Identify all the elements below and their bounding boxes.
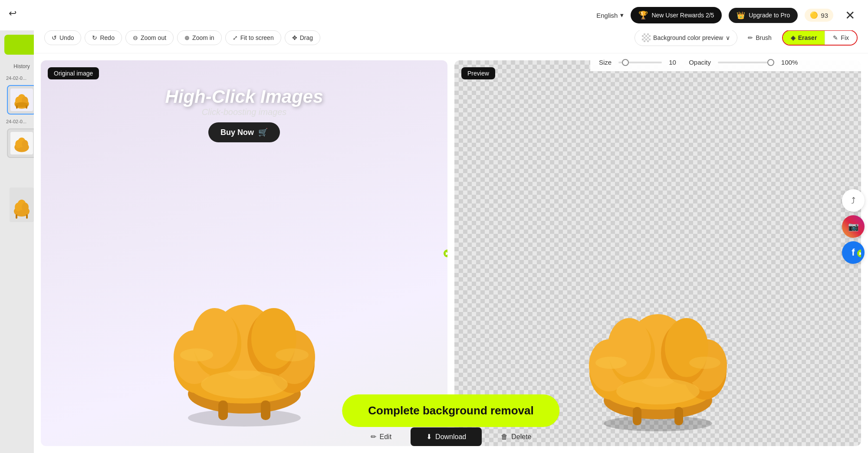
- eraser-label: Eraser: [798, 34, 817, 41]
- facebook-icon: f: [852, 247, 855, 258]
- zoom-in-label: Zoom in: [192, 34, 214, 41]
- eraser-icon: ◈: [791, 34, 796, 41]
- zoom-in-button[interactable]: ⊕ Zoom in: [177, 30, 222, 45]
- social-buttons: ⤴ 📷 f: [838, 186, 868, 267]
- download-icon: ⬇: [426, 433, 432, 441]
- edit-label: Edit: [380, 433, 392, 441]
- coin-icon: 🟡: [810, 11, 818, 19]
- history-thumb-2[interactable]: [7, 128, 36, 158]
- chevron-down-icon: ▾: [620, 11, 624, 19]
- svg-point-54: [595, 357, 627, 369]
- delete-label: Delete: [511, 433, 531, 441]
- svg-point-12: [22, 140, 28, 148]
- bg-preview-label: Background color preview: [653, 34, 723, 41]
- close-button[interactable]: ✕: [840, 6, 859, 25]
- trophy-icon: 🏆: [638, 10, 648, 20]
- image-title: High-Click Images: [41, 86, 447, 107]
- redo-label: Redo: [100, 34, 114, 41]
- size-label: Size: [599, 59, 612, 66]
- complete-bg-removal-button[interactable]: Complete background removal: [342, 394, 559, 427]
- redo-icon: ↻: [92, 34, 97, 41]
- buy-now-button: Buy Now 🛒: [208, 122, 280, 142]
- instagram-button[interactable]: 📷: [842, 215, 865, 238]
- brush-label: Brush: [756, 34, 772, 41]
- original-image-label: Original image: [48, 67, 99, 79]
- chair-right: [580, 277, 736, 433]
- fix-label: Fix: [841, 34, 849, 41]
- opacity-value: 100%: [781, 59, 798, 66]
- svg-point-17: [22, 203, 29, 211]
- size-opacity-bar: Size 10 Opacity 100%: [590, 53, 868, 71]
- opacity-label: Opacity: [689, 59, 711, 66]
- language-selector[interactable]: English ▾: [596, 11, 624, 19]
- left-panel-handle[interactable]: ▶: [444, 249, 447, 257]
- coins-value: 93: [821, 12, 828, 19]
- svg-rect-18: [16, 214, 17, 219]
- opacity-slider[interactable]: [718, 62, 774, 63]
- svg-rect-19: [26, 214, 28, 219]
- image-subtitle: Click-boosting images: [41, 107, 447, 117]
- svg-point-55: [689, 357, 720, 369]
- undo-icon: ↺: [52, 34, 57, 41]
- download-label: Download: [435, 433, 466, 441]
- zoom-out-label: Zoom out: [141, 34, 166, 41]
- history-thumb-3[interactable]: [10, 187, 34, 224]
- buy-now-label: Buy Now: [220, 128, 254, 137]
- zoom-in-icon: ⊕: [184, 34, 190, 41]
- zoom-out-icon: ⊖: [133, 34, 138, 41]
- svg-point-37: [276, 348, 309, 361]
- brush-button[interactable]: ✏ Brush: [741, 31, 779, 45]
- delete-icon: 🗑: [501, 433, 508, 441]
- fit-screen-icon: ⤢: [233, 34, 238, 41]
- fix-button[interactable]: ✎ Fix: [825, 31, 857, 45]
- download-button[interactable]: ⬇ Download: [411, 427, 482, 446]
- eraser-button[interactable]: ◈ Eraser: [783, 31, 825, 45]
- svg-rect-34: [218, 400, 228, 420]
- canvas-area: Size 10 Opacity 100% Original image High…: [34, 53, 868, 453]
- main-modal: ↺ Undo ↻ Redo ⊖ Zoom out ⊕ Zoom in ⤢ Fit…: [34, 23, 868, 453]
- eraser-fix-group: ◈ Eraser ✎ Fix: [782, 30, 858, 46]
- crown-icon: 👑: [736, 11, 745, 20]
- instagram-icon: 📷: [848, 221, 859, 232]
- original-image-panel: Original image High-Click Images Click-b…: [41, 60, 447, 446]
- fix-icon: ✎: [833, 34, 838, 41]
- redo-button[interactable]: ↻ Redo: [85, 30, 122, 45]
- cart-icon: 🛒: [258, 128, 268, 137]
- facebook-button[interactable]: f: [842, 241, 865, 264]
- svg-rect-6: [16, 105, 18, 108]
- language-label: English: [596, 12, 618, 19]
- svg-point-36: [180, 348, 213, 361]
- image-text-overlay: High-Click Images Click-boosting images …: [41, 86, 447, 142]
- svg-rect-35: [261, 400, 270, 420]
- brush-icon: ✏: [748, 34, 753, 41]
- edit-button[interactable]: ✏ Edit: [358, 427, 404, 446]
- size-value: 10: [669, 59, 682, 66]
- svg-point-51: [616, 378, 700, 404]
- undo-label: Undo: [59, 34, 74, 41]
- coins-badge: 🟡 93: [805, 9, 833, 22]
- drag-label: Drag: [300, 34, 313, 41]
- back-button[interactable]: ↩: [9, 8, 16, 19]
- upgrade-label: Upgrade to Pro: [749, 12, 790, 19]
- preview-label: Preview: [461, 67, 495, 79]
- chevron-icon: ∨: [726, 34, 730, 41]
- fit-screen-button[interactable]: ⤢ Fit to screen: [225, 30, 281, 45]
- delete-button[interactable]: 🗑 Delete: [489, 428, 543, 446]
- undo-button[interactable]: ↺ Undo: [44, 30, 81, 45]
- share-button[interactable]: ⤴: [842, 189, 865, 212]
- svg-rect-7: [26, 105, 27, 108]
- rewards-badge[interactable]: 🏆 New User Rewards 2/5: [631, 7, 722, 23]
- svg-point-33: [201, 371, 288, 398]
- size-slider[interactable]: [618, 62, 662, 63]
- fit-screen-label: Fit to screen: [240, 34, 274, 41]
- upgrade-button[interactable]: 👑 Upgrade to Pro: [729, 8, 798, 23]
- bg-preview-button[interactable]: Background color preview ∨: [635, 30, 737, 46]
- top-bar: English ▾ 🏆 New User Rewards 2/5 👑 Upgra…: [0, 0, 868, 30]
- drag-icon: ✥: [292, 34, 297, 41]
- edit-icon: ✏: [371, 433, 376, 441]
- drag-button[interactable]: ✥ Drag: [285, 30, 320, 45]
- share-icon: ⤴: [851, 196, 855, 206]
- history-thumb-1[interactable]: [7, 85, 36, 115]
- checker-icon: [642, 33, 651, 42]
- zoom-out-button[interactable]: ⊖ Zoom out: [125, 30, 174, 45]
